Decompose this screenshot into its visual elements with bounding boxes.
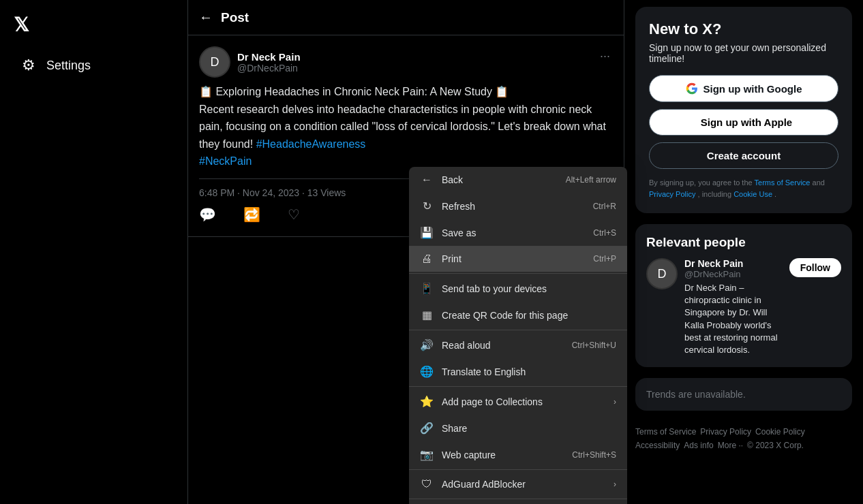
signup-apple-label: Sign up with Apple (701, 116, 792, 128)
ctx-label-print: Print (442, 253, 461, 264)
post-header: ← Post (188, 0, 624, 35)
ctx-label-share: Share (442, 423, 467, 434)
footer-cookie-link[interactable]: Cookie Policy (755, 427, 805, 437)
context-menu-divider (409, 330, 627, 330)
context-menu-item-print[interactable]: 🖨PrintCtrl+P (409, 246, 627, 272)
ctx-left-translate: 🌐Translate to English (420, 365, 526, 378)
back-button[interactable]: ← (199, 10, 213, 25)
ctx-shortcut-read-aloud: Ctrl+Shift+U (572, 341, 616, 350)
context-menu-item-share[interactable]: 🔗Share (409, 415, 627, 441)
ctx-label-read-aloud: Read aloud (442, 340, 491, 351)
ctx-label-send-tab: Send tab to your devices (442, 283, 547, 294)
author-name: Dr Neck Pain (237, 51, 301, 63)
reply-button[interactable]: 💬 (199, 206, 216, 223)
ctx-shortcut-web-capture: Ctrl+Shift+S (572, 450, 616, 460)
context-menu-item-read-aloud[interactable]: 🔊Read aloudCtrl+Shift+U (409, 332, 627, 358)
person-name: Dr Neck Pain (684, 258, 783, 269)
ctx-label-translate: Translate to English (442, 366, 526, 377)
context-menu-item-back[interactable]: ←BackAlt+Left arrow (409, 167, 627, 193)
ctx-left-refresh: ↻Refresh (420, 200, 475, 212)
signup-google-label: Sign up with Google (703, 83, 802, 95)
ctx-left-qr-code: ▦Create QR Code for this page (420, 309, 568, 321)
context-menu-item-web-capture[interactable]: 📷Web captureCtrl+Shift+S (409, 441, 627, 468)
footer-terms-link[interactable]: Terms of Service (635, 427, 696, 437)
footer-more-link[interactable]: More ·· (718, 441, 743, 450)
trends-box: Trends are unavailable. (635, 378, 852, 411)
context-menu-item-qr-code[interactable]: ▦Create QR Code for this page (409, 302, 627, 328)
google-icon (686, 82, 698, 95)
context-menu-item-refresh[interactable]: ↻RefreshCtrl+R (409, 193, 627, 219)
relevant-people-title: Relevant people (646, 235, 841, 250)
hashtag-1[interactable]: #HeadacheAwareness (256, 138, 366, 150)
adguard-icon: 🛡 (420, 478, 434, 490)
back-icon: ← (420, 174, 434, 186)
context-menu-item-adguard[interactable]: 🛡AdGuard AdBlocker› (409, 471, 627, 497)
footer-accessibility-link[interactable]: Accessibility (635, 441, 680, 450)
cookie-use-link[interactable]: Cookie Use (733, 190, 772, 198)
page-title: Post (221, 10, 249, 25)
send-tab-icon: 📱 (420, 282, 434, 295)
context-menu-divider (409, 273, 627, 274)
avatar: D (199, 46, 230, 78)
context-menu-divider (409, 499, 627, 499)
ctx-arrow-adguard: › (614, 479, 616, 489)
footer-copyright: © 2023 X Corp. (747, 441, 804, 450)
context-menu[interactable]: ←BackAlt+Left arrow↻RefreshCtrl+R💾Save a… (409, 167, 627, 504)
terms-of-service-link[interactable]: Terms of Service (755, 178, 811, 187)
footer-ads-link[interactable]: Ads info (684, 441, 713, 450)
context-menu-item-collections[interactable]: ⭐Add page to Collections› (409, 388, 627, 415)
share-icon: 🔗 (420, 422, 434, 435)
new-to-x-box: New to X? Sign up now to get your own pe… (635, 7, 852, 213)
like-button[interactable]: ♡ (288, 206, 300, 223)
context-menu-item-view-source[interactable]: View page sourceCtrl+U (409, 501, 627, 504)
print-icon: 🖨 (420, 253, 434, 265)
ctx-left-save-as: 💾Save as (420, 226, 476, 239)
collections-icon: ⭐ (420, 395, 434, 408)
ctx-shortcut-back: Alt+Left arrow (566, 175, 616, 185)
hashtag-2[interactable]: #NeckPain (199, 155, 252, 167)
privacy-policy-link[interactable]: Privacy Policy (649, 190, 695, 198)
sidebar-item-label: Settings (46, 59, 91, 73)
repost-button[interactable]: 🔁 (243, 206, 260, 223)
save-as-icon: 💾 (420, 226, 434, 239)
follow-button[interactable]: Follow (789, 258, 841, 277)
ctx-left-print: 🖨Print (420, 253, 461, 265)
context-menu-divider (409, 469, 627, 470)
post-author-row: D Dr Neck Pain @DrNeckPain ··· (199, 46, 613, 78)
ctx-shortcut-save-as: Ctrl+S (593, 228, 616, 238)
new-to-x-subtitle: Sign up now to get your own personalized… (649, 42, 838, 64)
ctx-left-send-tab: 📱Send tab to your devices (420, 282, 547, 295)
read-aloud-icon: 🔊 (420, 338, 434, 351)
trends-unavailable: Trends are unavailable. (646, 389, 841, 400)
terms-text: By signing up, you agree to the Terms of… (649, 177, 838, 200)
ctx-shortcut-refresh: Ctrl+R (593, 202, 616, 211)
footer-privacy-link[interactable]: Privacy Policy (700, 427, 751, 437)
translate-icon: 🌐 (420, 365, 434, 378)
ctx-label-back: Back (442, 174, 463, 185)
create-account-label: Create account (707, 150, 781, 161)
context-menu-item-save-as[interactable]: 💾Save asCtrl+S (409, 219, 627, 246)
ctx-left-share: 🔗Share (420, 422, 467, 435)
context-menu-item-send-tab[interactable]: 📱Send tab to your devices (409, 275, 627, 302)
ctx-label-adguard: AdGuard AdBlocker (442, 479, 526, 490)
ctx-left-adguard: 🛡AdGuard AdBlocker (420, 478, 526, 490)
ctx-label-qr-code: Create QR Code for this page (442, 310, 568, 321)
ctx-left-web-capture: 📷Web capture (420, 448, 496, 461)
person-bio: Dr Neck Pain – chiropractic clinic in Si… (684, 282, 783, 356)
signup-google-button[interactable]: Sign up with Google (649, 75, 838, 102)
signup-apple-button[interactable]: Sign up with Apple (649, 109, 838, 136)
author-handle: @DrNeckPain (237, 63, 301, 74)
ctx-label-refresh: Refresh (442, 201, 475, 212)
context-menu-item-translate[interactable]: 🌐Translate to English (409, 358, 627, 385)
ctx-label-collections: Add page to Collections (442, 396, 543, 407)
person-row: D Dr Neck Pain @DrNeckPain Dr Neck Pain … (646, 258, 841, 356)
ctx-left-read-aloud: 🔊Read aloud (420, 338, 491, 351)
context-menu-divider (409, 386, 627, 387)
more-options-button[interactable]: ··· (597, 46, 613, 66)
ctx-label-web-capture: Web capture (442, 450, 496, 460)
sidebar-item-settings[interactable]: ⚙ Settings (14, 50, 174, 81)
post-text-line1: 📋 Exploring Headaches in Chronic Neck Pa… (199, 86, 509, 97)
create-account-button[interactable]: Create account (649, 142, 838, 169)
gear-icon: ⚙ (22, 57, 35, 74)
ctx-arrow-collections: › (614, 397, 616, 407)
